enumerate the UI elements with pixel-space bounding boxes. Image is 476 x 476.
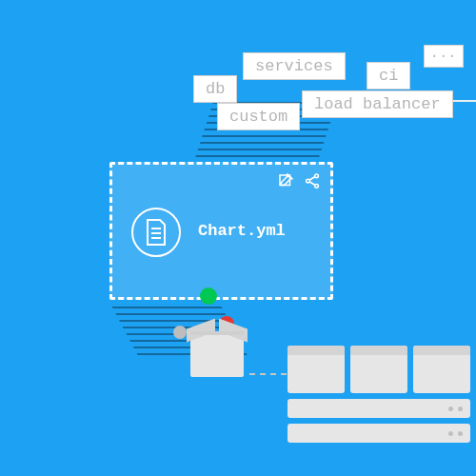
chart-card: Chart.yml (109, 162, 333, 300)
edit-icon[interactable] (277, 172, 294, 194)
chart-filename: Chart.yml (198, 222, 286, 240)
box-body (190, 333, 244, 377)
tag-ci: ci (367, 62, 410, 89)
box-rim (190, 331, 244, 335)
status-dot (448, 431, 453, 436)
tag-custom: custom (217, 103, 300, 130)
card-actions (277, 172, 321, 194)
document-icon (131, 208, 181, 257)
svg-line-4 (309, 177, 315, 181)
tag-load-balancer: load balancer (302, 90, 453, 118)
tag-services: services (243, 52, 346, 80)
window-icon (288, 346, 345, 393)
infra-stack (288, 346, 470, 443)
ball-grey (173, 326, 187, 339)
tag-db: db (193, 75, 237, 103)
tag-ellipsis: ... (424, 45, 464, 68)
window-icon (350, 346, 407, 393)
status-dot (458, 407, 463, 411)
package-box (190, 333, 244, 377)
status-dot (448, 407, 453, 411)
server-bar (288, 424, 470, 443)
server-bar (288, 399, 470, 418)
window-icon (413, 346, 470, 393)
svg-line-5 (309, 182, 315, 186)
window-row (288, 346, 470, 393)
share-icon[interactable] (304, 172, 321, 194)
ball-green (200, 288, 217, 305)
status-dot (458, 431, 463, 436)
